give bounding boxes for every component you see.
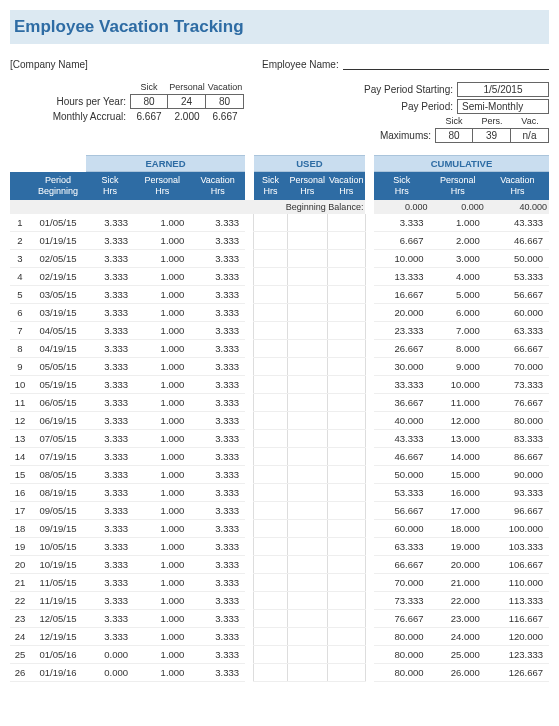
max-pers-header: Pers. bbox=[473, 116, 511, 126]
table-row: 2211/19/153.3331.0003.33373.33322.000113… bbox=[10, 591, 549, 609]
bb-personal: 0.000 bbox=[430, 200, 486, 214]
max-vac-header: Vac. bbox=[511, 116, 549, 126]
ma-vacation: 6.667 bbox=[206, 111, 244, 122]
pay-period-starting[interactable]: 1/5/2015 bbox=[457, 82, 549, 97]
hpy-personal[interactable]: 24 bbox=[168, 94, 206, 109]
bb-vacation: 40.000 bbox=[486, 200, 549, 214]
table-row: 1206/19/153.3331.0003.33340.00012.00080.… bbox=[10, 411, 549, 429]
table-row: 1910/05/153.3331.0003.33363.33319.000103… bbox=[10, 537, 549, 555]
table-row: 1809/19/153.3331.0003.33360.00018.000100… bbox=[10, 519, 549, 537]
table-row: 1005/19/153.3331.0003.33333.33310.00073.… bbox=[10, 375, 549, 393]
table-row: 1608/19/153.3331.0003.33353.33316.00093.… bbox=[10, 483, 549, 501]
personal-header: Personal bbox=[168, 82, 206, 92]
table-row: 2501/05/160.0001.0003.33380.00025.000123… bbox=[10, 645, 549, 663]
col-used-personal: PersonalHrs bbox=[288, 172, 328, 200]
used-header: USED bbox=[254, 156, 366, 172]
table-row: 1307/05/153.3331.0003.33343.33313.00083.… bbox=[10, 429, 549, 447]
pay-period-label: Pay Period: bbox=[292, 101, 457, 112]
cumulative-header: CUMULATIVE bbox=[374, 156, 549, 172]
col-earned-vacation: VacationHrs bbox=[190, 172, 245, 200]
table-row: 603/19/153.3331.0003.33320.0006.00060.00… bbox=[10, 303, 549, 321]
col-cum-sick: SickHrs bbox=[374, 172, 430, 200]
max-sick-header: Sick bbox=[435, 116, 473, 126]
monthly-accrual-label: Monthly Accrual: bbox=[10, 111, 130, 122]
max-personal[interactable]: 39 bbox=[473, 128, 511, 143]
max-sick[interactable]: 80 bbox=[435, 128, 473, 143]
table-row: 2601/19/160.0001.0003.33380.00026.000126… bbox=[10, 663, 549, 681]
table-row: 704/05/153.3331.0003.33323.3337.00063.33… bbox=[10, 321, 549, 339]
table-row: 2010/19/153.3331.0003.33366.66720.000106… bbox=[10, 555, 549, 573]
table-row: 2111/05/153.3331.0003.33370.00021.000110… bbox=[10, 573, 549, 591]
table-row: 1709/05/153.3331.0003.33356.66717.00096.… bbox=[10, 501, 549, 519]
tracking-table: EARNED USED CUMULATIVE PeriodBeginning S… bbox=[10, 155, 549, 682]
bb-sick: 0.000 bbox=[374, 200, 430, 214]
table-row: 804/19/153.3331.0003.33326.6678.00066.66… bbox=[10, 339, 549, 357]
sick-header: Sick bbox=[130, 82, 168, 92]
hours-per-year-label: Hours per Year: bbox=[10, 96, 130, 107]
page-title: Employee Vacation Tracking bbox=[10, 10, 549, 44]
table-row: 1106/05/153.3331.0003.33336.66711.00076.… bbox=[10, 393, 549, 411]
table-row: 2412/19/153.3331.0003.33380.00024.000120… bbox=[10, 627, 549, 645]
pay-period[interactable]: Semi-Monthly bbox=[457, 99, 549, 114]
ma-sick: 6.667 bbox=[130, 111, 168, 122]
col-earned-sick: SickHrs bbox=[86, 172, 134, 200]
employee-name-label: Employee Name: bbox=[262, 59, 339, 70]
col-cum-vacation: VacationHrs bbox=[486, 172, 549, 200]
table-row: 201/19/153.3331.0003.3336.6672.00046.667 bbox=[10, 231, 549, 249]
hpy-vacation[interactable]: 80 bbox=[206, 94, 244, 109]
table-row: 905/05/153.3331.0003.33330.0009.00070.00… bbox=[10, 357, 549, 375]
hpy-sick[interactable]: 80 bbox=[130, 94, 168, 109]
col-earned-personal: PersonalHrs bbox=[134, 172, 190, 200]
vacation-header: Vacation bbox=[206, 82, 244, 92]
table-row: 101/05/153.3331.0003.3333.3331.00043.333 bbox=[10, 214, 549, 232]
ma-personal: 2.000 bbox=[168, 111, 206, 122]
maximums-label: Maximums: bbox=[292, 130, 435, 141]
company-name: [Company Name] bbox=[10, 59, 262, 70]
max-vacation[interactable]: n/a bbox=[511, 128, 549, 143]
employee-name-input[interactable] bbox=[343, 58, 549, 70]
table-row: 1508/05/153.3331.0003.33350.00015.00090.… bbox=[10, 465, 549, 483]
table-row: 302/05/153.3331.0003.33310.0003.00050.00… bbox=[10, 249, 549, 267]
table-row: 402/19/153.3331.0003.33313.3334.00053.33… bbox=[10, 267, 549, 285]
beginning-balance-label: Beginning Balance: bbox=[10, 200, 365, 214]
table-row: 503/05/153.3331.0003.33316.6675.00056.66… bbox=[10, 285, 549, 303]
table-row: 2312/05/153.3331.0003.33376.66723.000116… bbox=[10, 609, 549, 627]
earned-header: EARNED bbox=[86, 156, 245, 172]
pay-period-starting-label: Pay Period Starting: bbox=[292, 84, 457, 95]
col-used-vacation: VacationHrs bbox=[327, 172, 365, 200]
col-cum-personal: PersonalHrs bbox=[430, 172, 486, 200]
col-used-sick: SickHrs bbox=[254, 172, 288, 200]
col-period: PeriodBeginning bbox=[30, 172, 86, 200]
table-row: 1407/19/153.3331.0003.33346.66714.00086.… bbox=[10, 447, 549, 465]
